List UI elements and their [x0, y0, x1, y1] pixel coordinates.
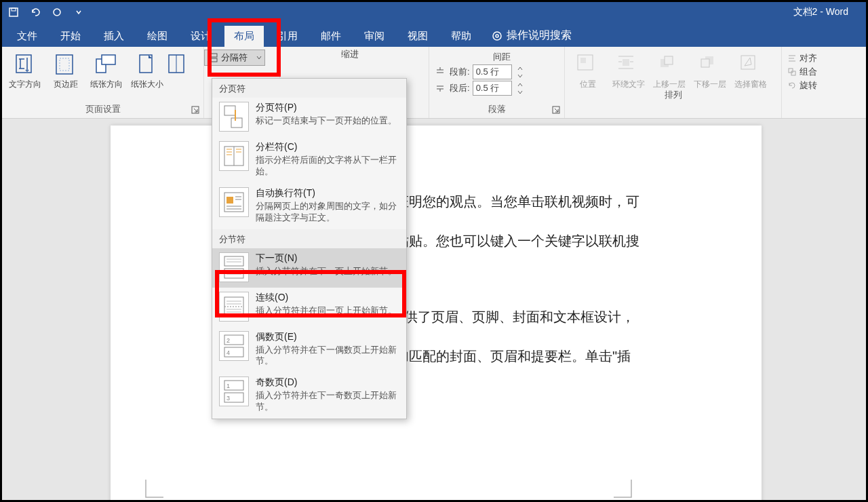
page-1[interactable]: 帮助您证明您的观点。当您单击联机视频时，可 中进行粘贴。您也可以键入一个关键字以… — [111, 125, 762, 500]
position-icon — [575, 52, 601, 78]
svg-rect-27 — [224, 106, 235, 115]
text-direction-button[interactable]: 文字方向 — [7, 50, 43, 103]
margin-corner-icon — [144, 478, 165, 499]
group-paragraph: 缩进 间距 段前: 0.5 行 段后: 0.5 行 — [429, 47, 565, 118]
svg-rect-23 — [701, 59, 709, 67]
send-backward-button: 下移一层 — [692, 50, 728, 89]
svg-rect-28 — [231, 118, 242, 128]
size-label: 纸张大小 — [131, 79, 163, 89]
next-page-section-icon — [219, 252, 249, 282]
tell-me-label: 操作说明搜索 — [507, 28, 572, 43]
svg-text:4: 4 — [226, 349, 230, 356]
tab-draw[interactable]: 绘图 — [138, 26, 177, 47]
svg-rect-9 — [102, 55, 115, 64]
tab-file[interactable]: 文件 — [7, 26, 47, 47]
tab-mailings[interactable]: 邮件 — [311, 26, 351, 47]
tab-insert[interactable]: 插入 — [94, 26, 134, 47]
break-page[interactable]: 分页符(P)标记一页结束与下一页开始的位置。 — [212, 98, 406, 137]
spacing-after-label: 段后: — [450, 82, 470, 94]
orientation-button[interactable]: 纸张方向 — [89, 50, 124, 103]
break-text-wrapping[interactable]: 自动换行符(T)分隔网页上的对象周围的文字，如分隔题注文字与正文。 — [212, 183, 406, 229]
section-continuous[interactable]: 连续(O)插入分节符并在同一页上开始新节。 — [212, 288, 406, 327]
svg-point-3 — [493, 32, 501, 40]
wrap-text-icon — [616, 52, 642, 78]
spacing-after-input[interactable]: 0.5 行 — [473, 81, 512, 96]
spacing-after-stepper[interactable] — [515, 81, 526, 96]
svg-rect-25 — [789, 69, 793, 73]
save-icon[interactable] — [6, 5, 21, 20]
svg-rect-19 — [623, 59, 629, 66]
group-objects-button: 组合 — [787, 66, 817, 78]
svg-text:1: 1 — [226, 383, 230, 389]
spacing-before-input[interactable]: 0.5 行 — [473, 64, 512, 79]
spacing-before-stepper[interactable] — [515, 64, 526, 79]
section-odd-page[interactable]: 13 奇数页(D)插入分节符并在下一奇数页上开始新节。 — [212, 372, 406, 419]
margin-corner-icon — [612, 478, 633, 499]
window-title: 文档2 - Word — [86, 6, 862, 18]
rotate-button: 旋转 — [787, 79, 817, 92]
indent-header-label: 缩进 — [341, 48, 359, 60]
svg-text:2: 2 — [226, 337, 230, 344]
page-setup-group-label: 页面设置 — [7, 103, 198, 118]
svg-rect-7 — [60, 58, 69, 71]
columns-button[interactable] — [170, 50, 191, 103]
svg-rect-5 — [16, 55, 31, 73]
continuous-section-icon — [219, 292, 249, 322]
tab-home[interactable]: 开始 — [51, 26, 90, 47]
breaks-icon — [208, 52, 218, 63]
tab-references[interactable]: 引用 — [268, 26, 307, 47]
wrap-text-button: 环绕文字 — [611, 50, 646, 89]
break-column[interactable]: 分栏符(C)指示分栏符后面的文字将从下一栏开始。 — [212, 137, 406, 183]
ribbon-tabs: 文件 开始 插入 绘图 设计 布局 引用 邮件 审阅 视图 帮助 操作说明搜索 — [2, 22, 866, 47]
svg-rect-34 — [224, 269, 243, 278]
ribbon-body: 文字方向 页边距 纸张方向 纸张大小 页面设置 分隔符 — [2, 47, 866, 119]
tab-review[interactable]: 审阅 — [355, 26, 394, 47]
paragraph-launcher-icon[interactable] — [552, 106, 561, 115]
doc-line: 帮助您证明您的观点。当您单击联机视频时，可 — [355, 187, 714, 216]
qat-dropdown-icon[interactable] — [71, 5, 86, 20]
tab-design[interactable]: 设计 — [181, 26, 220, 47]
svg-rect-33 — [224, 256, 243, 266]
redo-icon[interactable] — [50, 5, 64, 20]
arrange-group-label: 排列 — [570, 89, 776, 104]
tab-layout[interactable]: 布局 — [224, 26, 264, 47]
svg-rect-21 — [665, 56, 673, 64]
svg-rect-32 — [226, 197, 233, 204]
document-area: 帮助您证明您的观点。当您单击联机视频时，可 中进行粘贴。您也可以键入一个关键字以… — [2, 119, 866, 500]
columns-icon — [167, 52, 193, 78]
spacing-after-icon — [435, 82, 447, 94]
dropdown-section-pagebreaks: 分页符 — [212, 79, 406, 98]
doc-line: 可以添加匹配的封面、页眉和提要栏。单击"插 — [355, 341, 714, 371]
margins-label: 页边距 — [54, 79, 78, 89]
page-setup-launcher-icon[interactable] — [191, 106, 201, 115]
page-break-icon — [219, 102, 249, 132]
svg-rect-6 — [56, 55, 73, 74]
svg-point-4 — [496, 35, 498, 37]
svg-text:3: 3 — [226, 395, 230, 402]
tab-view[interactable]: 视图 — [398, 26, 437, 47]
orientation-label: 纸张方向 — [90, 79, 123, 89]
svg-rect-18 — [580, 58, 586, 63]
tell-me-search[interactable]: 操作说明搜索 — [485, 24, 578, 47]
svg-rect-14 — [209, 54, 217, 57]
document-body[interactable]: 帮助您证明您的观点。当您单击联机视频时，可 中进行粘贴。您也可以键入一个关键字以… — [111, 125, 762, 435]
tab-help[interactable]: 帮助 — [441, 26, 481, 47]
margins-button[interactable]: 页边距 — [48, 50, 83, 103]
size-button[interactable]: 纸张大小 — [130, 50, 165, 103]
selection-pane-icon — [738, 52, 764, 78]
section-next-page[interactable]: 下一页(N)插入分节符并在下一页上开始新节。 — [212, 248, 406, 288]
doc-line: 中进行粘贴。您也可以键入一个关键字以联机搜 — [355, 226, 714, 256]
quick-access-toolbar — [6, 5, 86, 20]
send-backward-icon — [697, 52, 723, 78]
position-button: 位置 — [570, 50, 606, 89]
paragraph-group-label: 段落 — [435, 103, 559, 118]
spacing-header: 间距 — [493, 51, 511, 63]
spacing-before-label: 段前: — [450, 66, 470, 78]
section-even-page[interactable]: 24 偶数页(E)插入分节符并在下一偶数页上开始新节。 — [212, 327, 406, 373]
undo-icon[interactable] — [28, 5, 43, 20]
text-direction-icon — [12, 52, 38, 78]
breaks-button[interactable]: 分隔符 — [204, 50, 265, 66]
group-page-setup: 文字方向 页边距 纸张方向 纸张大小 页面设置 — [2, 47, 204, 118]
svg-point-2 — [54, 9, 60, 16]
size-icon — [134, 52, 160, 78]
